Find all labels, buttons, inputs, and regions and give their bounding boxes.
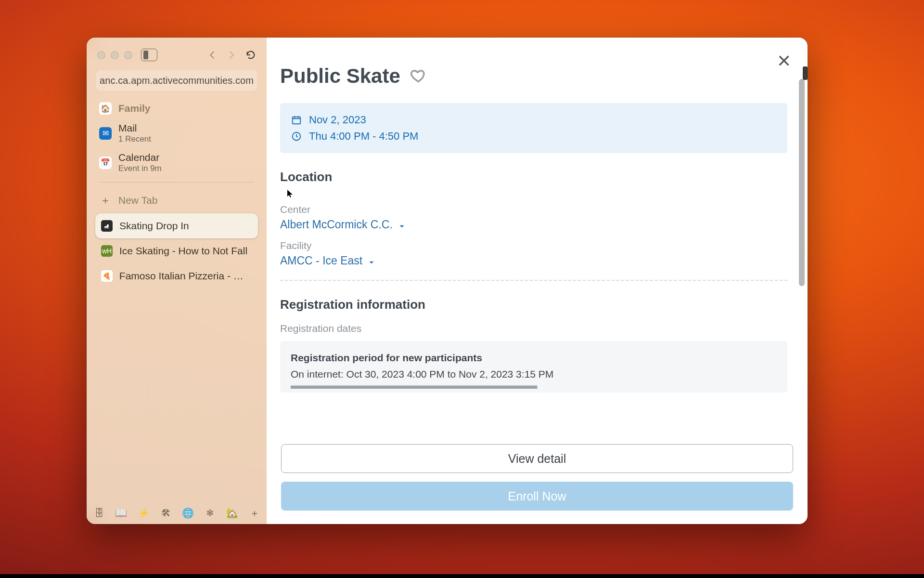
- facility-value-link[interactable]: AMCC - Ice East: [280, 254, 787, 267]
- view-detail-button[interactable]: View detail: [281, 444, 793, 473]
- chevron-down-icon: [367, 257, 376, 265]
- location-heading: Location: [280, 170, 787, 184]
- tab-famoso-pizzeria[interactable]: 🍕 Famoso Italian Pizzeria - W…: [95, 263, 258, 289]
- facility-label: Facility: [280, 240, 787, 251]
- sidebar: anc.ca.apm.activecommunities.com 🏠 Famil…: [87, 38, 267, 524]
- plus-icon: ＋: [100, 193, 111, 208]
- registration-period-box: Registration period for new participants…: [280, 341, 787, 393]
- content-pane: ✕ Public Skate Nov 2, 2023: [267, 38, 808, 524]
- center-label: Center: [280, 204, 787, 215]
- center-value-link[interactable]: Albert McCormick C.C.: [280, 218, 787, 231]
- sidebar-toggle-icon[interactable]: [141, 49, 157, 61]
- chevron-down-icon: [398, 221, 406, 229]
- bolt-icon[interactable]: ⚡: [138, 507, 150, 519]
- scrollbar-track[interactable]: [803, 66, 808, 80]
- house-icon: 🏠: [99, 102, 112, 115]
- forward-button[interactable]: [224, 48, 239, 62]
- favorite-button[interactable]: [410, 68, 426, 84]
- globe-icon[interactable]: 🌐: [182, 507, 194, 519]
- clock-icon: [291, 131, 302, 142]
- registration-period-heading: Registration period for new participants: [291, 350, 777, 366]
- registration-heading: Registration information: [280, 297, 787, 312]
- event-time: Thu 4:00 PM - 4:50 PM: [309, 130, 418, 143]
- reload-button[interactable]: [244, 48, 258, 62]
- svg-rect-0: [293, 117, 301, 124]
- registration-cutoff-line: ▇▇▇▇▇▇▇▇▇▇▇▇▇▇▇▇▇▇▇▇▇▇▇▇▇▇▇▇▇▇▇▇: [291, 382, 777, 389]
- library-icon[interactable]: 📖: [115, 507, 127, 519]
- event-date: Nov 2, 2023: [309, 114, 366, 126]
- sidebar-pinned-calendar[interactable]: 📅 Calendar Event in 9m: [95, 148, 258, 177]
- favicon-icon: wH: [101, 245, 113, 257]
- tools-icon[interactable]: 🛠: [160, 507, 171, 519]
- event-title: Public Skate: [280, 65, 400, 88]
- date-time-box: Nov 2, 2023 Thu 4:00 PM - 4:50 PM: [280, 103, 787, 153]
- scrollbar-thumb[interactable]: [799, 79, 805, 286]
- mail-icon: ✉: [99, 127, 112, 140]
- minimize-window-icon[interactable]: [111, 51, 119, 59]
- calendar-icon: 📅: [99, 157, 112, 169]
- close-window-icon[interactable]: [97, 51, 105, 59]
- new-tab-button[interactable]: ＋ New Tab: [95, 187, 258, 213]
- tab-ice-skating-howto[interactable]: wH Ice Skating - How to Not Fall: [95, 238, 258, 263]
- tab-skating-drop-in[interactable]: ⛸ Skating Drop In: [95, 213, 258, 238]
- modal-actions: View detail Enroll Now: [267, 437, 808, 524]
- window-toolbar: [92, 44, 261, 66]
- modal-scroll-area[interactable]: Public Skate Nov 2, 2023 Thu 4:00 PM -: [267, 38, 808, 437]
- favicon-icon: ⛸: [101, 220, 113, 232]
- enroll-now-button[interactable]: Enroll Now: [281, 482, 793, 511]
- back-button[interactable]: [205, 48, 219, 62]
- address-bar-text: anc.ca.apm.activecommunities.com: [100, 75, 254, 86]
- cursor-icon: [287, 189, 294, 200]
- registration-dates-label: Registration dates: [280, 323, 787, 334]
- calendar-icon: [291, 114, 302, 126]
- registration-internet-line: On internet: Oct 30, 2023 4:00 PM to Nov…: [291, 366, 777, 382]
- add-space-icon[interactable]: ＋: [249, 507, 260, 519]
- address-bar[interactable]: anc.ca.apm.activecommunities.com: [95, 69, 258, 92]
- archive-icon[interactable]: 🗄: [93, 507, 104, 519]
- browser-window: anc.ca.apm.activecommunities.com 🏠 Famil…: [87, 38, 808, 524]
- event-modal: ✕ Public Skate Nov 2, 2023: [267, 38, 808, 524]
- snowflake-icon[interactable]: ❄: [205, 507, 216, 519]
- sidebar-pinned-family[interactable]: 🏠 Family: [95, 98, 258, 118]
- sidebar-bottom-toolbar: 🗄 📖 ⚡ 🛠 🌐 ❄ 🏡 ＋: [93, 507, 260, 519]
- sidebar-pinned-mail[interactable]: ✉ Mail 1 Recent: [95, 118, 258, 148]
- favicon-icon: 🍕: [101, 270, 113, 282]
- home-icon[interactable]: 🏡: [226, 507, 238, 519]
- zoom-window-icon[interactable]: [124, 51, 132, 59]
- heart-icon: [410, 68, 426, 84]
- traffic-lights[interactable]: [97, 51, 132, 59]
